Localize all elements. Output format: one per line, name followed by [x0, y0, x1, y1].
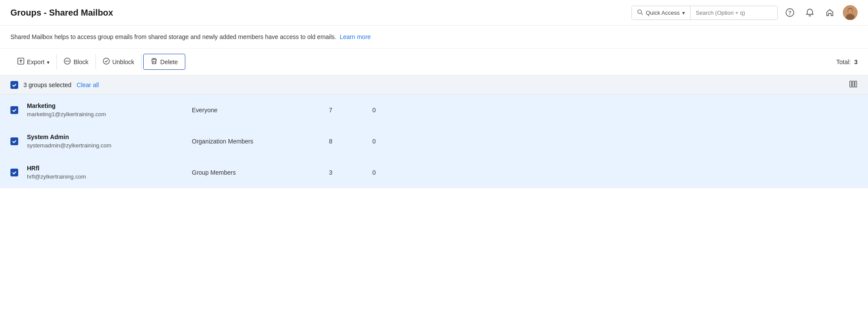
table-body: Marketing marketing1@zylkertraining.com … — [0, 94, 868, 188]
row-name-0: Marketing — [27, 102, 192, 109]
table-row: System Admin systemadmin@zylkertraining.… — [0, 126, 868, 157]
quick-access-button[interactable]: Quick Access — [632, 6, 690, 20]
row-members-2: 3 — [305, 169, 357, 176]
toolbar-total: Total: 3 — [836, 59, 858, 65]
svg-rect-14 — [855, 81, 857, 87]
help-button[interactable]: ? — [783, 6, 797, 20]
unblock-label: Unblock — [112, 59, 135, 65]
row-checkbox-1[interactable] — [10, 137, 18, 145]
row-access-0: Everyone — [192, 107, 305, 114]
chevron-down-icon — [682, 10, 685, 16]
row-members-0: 7 — [305, 107, 357, 114]
row-info-2: HRfl hrfl@zylkertraining.com — [27, 165, 192, 180]
row-count2-0: 0 — [357, 107, 391, 114]
select-all-checkbox[interactable] — [10, 81, 18, 89]
row-info-0: Marketing marketing1@zylkertraining.com — [27, 102, 192, 117]
page-title: Groups - Shared Mailbox — [10, 8, 113, 18]
row-access-2: Group Members — [192, 169, 305, 176]
row-count2-1: 0 — [357, 138, 391, 145]
home-button[interactable] — [823, 6, 837, 20]
search-input[interactable] — [690, 7, 777, 19]
selection-left: 3 groups selected Clear all — [10, 81, 99, 89]
svg-point-0 — [638, 10, 641, 13]
svg-point-7 — [848, 9, 852, 14]
delete-button[interactable]: Delete — [143, 54, 185, 70]
table-row: Marketing marketing1@zylkertraining.com … — [0, 94, 868, 126]
unblock-button[interactable]: Unblock — [96, 54, 142, 69]
svg-rect-12 — [850, 81, 852, 87]
row-name-1: System Admin — [27, 134, 192, 140]
learn-more-link[interactable]: Learn more — [340, 33, 371, 40]
row-checkbox-0[interactable] — [10, 106, 18, 114]
header: Groups - Shared Mailbox Quick Access ? — [0, 0, 868, 26]
avatar-image — [843, 5, 858, 20]
row-members-1: 8 — [305, 138, 357, 145]
toolbar-left: Export Block Unblock — [10, 54, 185, 70]
block-label: Block — [73, 59, 88, 65]
row-email-0: marketing1@zylkertraining.com — [27, 111, 192, 117]
row-email-2: hrfl@zylkertraining.com — [27, 173, 192, 180]
info-text: Shared Mailbox helps to access group ema… — [10, 33, 336, 40]
unblock-icon — [103, 58, 110, 66]
quick-access-label: Quick Access — [646, 10, 680, 16]
selected-count-text: 3 groups selected — [23, 81, 72, 88]
block-button[interactable]: Block — [57, 54, 95, 69]
block-icon — [64, 58, 71, 66]
svg-rect-13 — [852, 81, 854, 87]
svg-line-1 — [641, 13, 643, 15]
bell-button[interactable] — [803, 6, 817, 20]
total-count: 3 — [854, 59, 858, 65]
row-email-1: systemadmin@zylkertraining.com — [27, 142, 192, 149]
svg-text:?: ? — [788, 10, 791, 16]
info-banner: Shared Mailbox helps to access group ema… — [0, 26, 868, 49]
columns-icon[interactable] — [849, 80, 858, 90]
row-count2-2: 0 — [357, 169, 391, 176]
export-button[interactable]: Export — [10, 54, 57, 69]
clear-all-link[interactable]: Clear all — [77, 81, 99, 88]
row-access-1: Organization Members — [192, 138, 305, 145]
export-icon — [17, 58, 24, 66]
table-row: HRfl hrfl@zylkertraining.com Group Membe… — [0, 157, 868, 188]
row-name-2: HRfl — [27, 165, 192, 172]
delete-icon — [151, 58, 158, 66]
export-label: Export — [27, 59, 44, 65]
header-right: Quick Access ? — [631, 5, 858, 20]
selection-bar: 3 groups selected Clear all — [0, 75, 868, 94]
row-checkbox-2[interactable] — [10, 169, 18, 176]
avatar[interactable] — [843, 5, 858, 20]
delete-label: Delete — [160, 59, 178, 65]
header-icons: ? — [783, 5, 858, 20]
search-icon — [637, 9, 643, 16]
toolbar: Export Block Unblock — [0, 49, 868, 75]
row-info-1: System Admin systemadmin@zylkertraining.… — [27, 134, 192, 149]
search-box: Quick Access — [631, 6, 778, 20]
export-chevron-icon — [47, 59, 49, 65]
total-label: Total: — [836, 59, 851, 65]
